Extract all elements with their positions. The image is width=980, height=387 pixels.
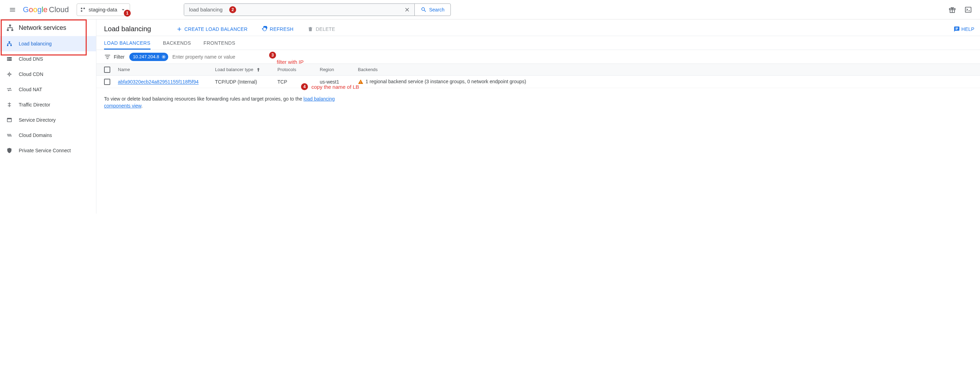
page-title: Load balancing bbox=[104, 25, 151, 33]
sidebar-item-label: Cloud NAT bbox=[19, 87, 42, 92]
filter-chip[interactable]: 10.247.204.8 bbox=[129, 53, 168, 61]
col-protocols[interactable]: Protocols bbox=[277, 67, 320, 72]
annotation-badge-4: 4 bbox=[301, 83, 308, 90]
sidebar-item-cloud-domains[interactable]: Cloud Domains bbox=[0, 127, 96, 143]
project-name: staging-data bbox=[89, 6, 118, 13]
domains-icon bbox=[6, 132, 19, 139]
trash-icon bbox=[307, 26, 313, 32]
filter-row: Filter 10.247.204.8 3 filter with IP bbox=[96, 50, 980, 64]
sidebar-item-cloud-cdn[interactable]: Cloud CDN bbox=[0, 67, 96, 82]
cdn-icon bbox=[6, 71, 19, 77]
delete-button: DELETE bbox=[303, 23, 339, 35]
svg-rect-11 bbox=[10, 45, 12, 46]
sidebar-item-label: Cloud DNS bbox=[19, 56, 43, 62]
annotation-copy-note: copy the name of LB bbox=[312, 84, 359, 90]
network-services-icon bbox=[6, 24, 19, 32]
row-backends: 1 regional backend service (3 instance g… bbox=[358, 79, 980, 84]
sidebar-item-label: Private Service Connect bbox=[19, 148, 71, 153]
sidebar-section-header[interactable]: Network services bbox=[0, 19, 96, 36]
sidebar-item-cloud-dns[interactable]: Cloud DNS bbox=[0, 51, 96, 67]
svg-point-0 bbox=[81, 8, 83, 10]
svg-rect-12 bbox=[7, 57, 12, 59]
annotation-filter-note: filter with IP bbox=[277, 59, 304, 65]
svg-rect-9 bbox=[9, 41, 10, 43]
svg-rect-7 bbox=[7, 29, 9, 31]
filter-label: Filter bbox=[114, 54, 124, 60]
help-button[interactable]: HELP bbox=[954, 26, 974, 32]
svg-point-2 bbox=[81, 10, 83, 12]
col-type[interactable]: Load balancer type bbox=[215, 67, 277, 72]
search-box: 2 Search bbox=[184, 3, 451, 16]
filter-icon[interactable] bbox=[104, 53, 111, 61]
main-header: Load balancing CREATE LOAD BALANCER REFR… bbox=[96, 19, 980, 36]
action-label: REFRESH bbox=[270, 26, 294, 32]
sort-asc-icon bbox=[256, 67, 261, 72]
annotation-badge-2: 2 bbox=[229, 6, 236, 13]
action-label: DELETE bbox=[315, 26, 335, 32]
sidebar-item-private-service-connect[interactable]: Private Service Connect bbox=[0, 143, 96, 158]
plus-icon bbox=[176, 26, 182, 32]
row-checkbox[interactable] bbox=[104, 79, 110, 85]
refresh-button[interactable]: REFRESH bbox=[257, 23, 298, 35]
sidebar-item-service-directory[interactable]: Service Directory bbox=[0, 112, 96, 127]
svg-rect-10 bbox=[7, 45, 8, 46]
sidebar: Network services Load balancing Cloud DN… bbox=[0, 19, 96, 213]
sidebar-item-label: Cloud Domains bbox=[19, 132, 52, 138]
service-directory-icon bbox=[6, 117, 19, 123]
sidebar-section-label: Network services bbox=[19, 24, 66, 32]
create-load-balancer-button[interactable]: CREATE LOAD BALANCER bbox=[172, 23, 252, 35]
tab-frontends[interactable]: FRONTENDS bbox=[204, 36, 235, 49]
search-button-label: Search bbox=[429, 7, 444, 13]
search-button[interactable]: Search bbox=[414, 4, 450, 16]
chip-remove-icon[interactable] bbox=[161, 54, 166, 59]
shield-icon bbox=[6, 147, 19, 154]
svg-rect-5 bbox=[966, 7, 971, 12]
search-input-wrapper[interactable]: 2 bbox=[184, 4, 414, 16]
google-cloud-logo[interactable]: GoogleCloud bbox=[23, 5, 69, 14]
tab-backends[interactable]: BACKENDS bbox=[163, 36, 191, 49]
svg-rect-6 bbox=[9, 25, 11, 26]
annotation-badge-1: 1 bbox=[124, 10, 131, 17]
tabs: LOAD BALANCERS BACKENDS FRONTENDS bbox=[96, 36, 980, 50]
traffic-director-icon bbox=[6, 102, 19, 108]
cloud-shell-icon[interactable] bbox=[961, 2, 976, 18]
sidebar-item-cloud-nat[interactable]: Cloud NAT bbox=[0, 82, 96, 97]
lb-name-link[interactable]: abfa90320ecb24a82951155f118f5f94 bbox=[118, 79, 199, 84]
sidebar-item-label: Traffic Director bbox=[19, 102, 50, 107]
col-name[interactable]: Name bbox=[118, 67, 215, 72]
svg-point-1 bbox=[83, 8, 85, 10]
search-icon bbox=[421, 6, 427, 13]
sidebar-item-traffic-director[interactable]: Traffic Director bbox=[0, 97, 96, 112]
annotation-badge-3: 3 bbox=[269, 52, 276, 59]
load-balancing-icon bbox=[6, 41, 19, 47]
row-type: TCP/UDP (Internal) bbox=[215, 79, 277, 84]
nat-icon bbox=[6, 86, 19, 92]
clear-search-icon[interactable] bbox=[404, 6, 411, 13]
sidebar-item-label: Cloud CDN bbox=[19, 72, 43, 77]
dns-icon bbox=[6, 56, 19, 62]
svg-rect-13 bbox=[7, 59, 12, 61]
footer-help-text: To view or delete load balancing resourc… bbox=[96, 88, 339, 109]
refresh-icon bbox=[261, 26, 268, 32]
svg-point-15 bbox=[8, 60, 9, 61]
help-chat-icon bbox=[954, 26, 960, 32]
top-bar: GoogleCloud staging-data 1 2 Search bbox=[0, 0, 980, 19]
svg-rect-16 bbox=[9, 73, 10, 75]
table-row: abfa90320ecb24a82951155f118f5f94 TCP/UDP… bbox=[96, 76, 980, 88]
gift-icon[interactable] bbox=[945, 2, 960, 18]
filter-chip-value: 10.247.204.8 bbox=[133, 54, 159, 59]
tab-load-balancers[interactable]: LOAD BALANCERS bbox=[104, 36, 151, 49]
project-icon bbox=[80, 6, 86, 13]
sidebar-item-label: Load balancing bbox=[19, 41, 52, 46]
col-backends[interactable]: Backends bbox=[358, 67, 980, 72]
sidebar-item-label: Service Directory bbox=[19, 117, 56, 123]
cloud-word: Cloud bbox=[49, 5, 68, 14]
search-input[interactable] bbox=[188, 6, 297, 13]
help-label: HELP bbox=[961, 26, 974, 32]
table-header: Name Load balancer type Protocols Region… bbox=[96, 64, 980, 76]
col-region[interactable]: Region bbox=[320, 67, 358, 72]
hamburger-icon[interactable] bbox=[4, 2, 21, 18]
select-all-checkbox[interactable] bbox=[104, 67, 110, 73]
project-picker[interactable]: staging-data 1 bbox=[76, 3, 130, 16]
sidebar-item-load-balancing[interactable]: Load balancing bbox=[0, 36, 96, 51]
